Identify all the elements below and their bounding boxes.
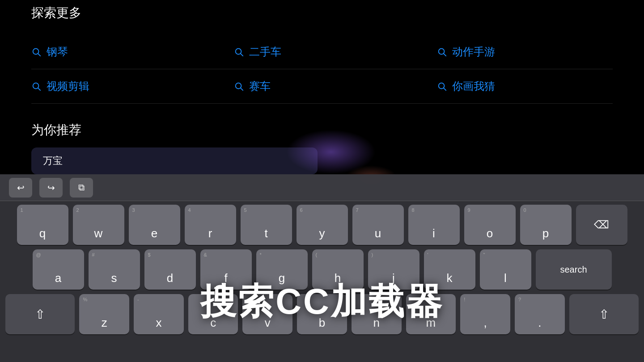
undo-icon: ↩ — [17, 182, 25, 193]
explore-label-usedcar: 二手车 — [249, 45, 281, 59]
key-letter: h — [335, 271, 341, 285]
explore-label-piano: 钢琴 — [47, 45, 68, 59]
recommendations-section: 为你推荐 万宝 — [31, 122, 613, 174]
search-icon — [437, 47, 447, 57]
shift-left-icon: ⇧ — [35, 307, 45, 322]
search-icon — [31, 81, 41, 91]
svg-line-9 — [241, 88, 243, 90]
key-h[interactable]: ( h — [312, 249, 364, 290]
key-f[interactable]: & f — [200, 249, 252, 290]
key-u[interactable]: 7 u — [352, 205, 404, 245]
key-g[interactable]: * g — [256, 249, 308, 290]
rec-card[interactable]: 万宝 — [31, 147, 318, 174]
explore-item-videoediting[interactable]: 视频剪辑 — [31, 69, 225, 104]
key-symbol: ) — [372, 252, 373, 257]
key-a[interactable]: @ a — [33, 249, 84, 290]
key-t[interactable]: 5 t — [241, 205, 292, 245]
key-letter: i — [432, 227, 435, 240]
key-symbol: % — [83, 297, 87, 302]
svg-line-7 — [38, 88, 40, 90]
explore-label-drawing: 你画我猜 — [452, 79, 495, 93]
key-exclamation[interactable]: ! , — [460, 294, 510, 334]
backspace-icon: ⌫ — [594, 219, 609, 231]
key-j[interactable]: ) j — [368, 249, 419, 290]
key-symbol: * — [260, 252, 262, 257]
content-area: 探索更多 钢琴 二手车 动作手游 — [0, 0, 644, 185]
key-number: 7 — [356, 207, 359, 213]
key-question[interactable]: ? . — [515, 294, 565, 334]
explore-label-actiongame: 动作手游 — [452, 45, 495, 59]
key-symbol: ! — [464, 297, 465, 302]
clipboard-button[interactable]: ⧉ — [70, 178, 93, 198]
key-z[interactable]: % z — [79, 294, 129, 334]
search-icon — [234, 47, 244, 57]
key-p[interactable]: 0 p — [520, 205, 572, 245]
key-letter: . — [538, 316, 541, 330]
key-v[interactable]: v — [242, 294, 292, 334]
suggestion-bar: ↩ ↪ ⧉ — [0, 174, 644, 201]
keyboard-row-1: 1 q 2 w 3 e 4 r 5 t 6 y — [5, 205, 639, 245]
key-x[interactable]: - x — [134, 294, 184, 334]
key-o[interactable]: 9 o — [464, 205, 516, 245]
key-letter: a — [55, 271, 61, 285]
key-letter: n — [373, 316, 379, 330]
key-letter: v — [265, 316, 271, 330]
key-symbol: ( — [316, 252, 318, 257]
key-d[interactable]: $ d — [144, 249, 196, 290]
keyboard-overlay: ↩ ↪ ⧉ 1 q 2 w 3 e 4 r — [0, 174, 644, 362]
shift-right-icon: ⇧ — [599, 307, 609, 322]
svg-line-11 — [444, 88, 446, 90]
key-m[interactable]: m — [406, 294, 456, 334]
search-icon — [234, 81, 244, 91]
key-letter: q — [39, 227, 46, 240]
search-key[interactable]: search — [536, 249, 612, 290]
key-i[interactable]: 8 i — [408, 205, 460, 245]
key-letter: r — [208, 227, 212, 240]
explore-item-actiongame[interactable]: 动作手游 — [419, 35, 613, 69]
key-symbol: $ — [148, 252, 151, 257]
key-c[interactable]: c — [188, 294, 238, 334]
key-letter: p — [542, 227, 549, 240]
key-b[interactable]: b — [297, 294, 347, 334]
key-r[interactable]: 4 r — [185, 205, 236, 245]
key-n[interactable]: n — [352, 294, 402, 334]
key-l[interactable]: " l — [480, 249, 531, 290]
explore-item-piano[interactable]: 钢琴 — [31, 35, 225, 69]
key-number: 5 — [244, 207, 247, 213]
key-letter: d — [167, 271, 173, 285]
explore-item-racing[interactable]: 赛车 — [225, 69, 419, 104]
explore-label-racing: 赛车 — [249, 79, 271, 93]
key-letter: j — [392, 271, 395, 285]
key-number: 0 — [524, 207, 526, 213]
key-letter: u — [375, 227, 381, 240]
key-e[interactable]: 3 e — [129, 205, 180, 245]
search-key-label: search — [560, 265, 587, 275]
key-letter: e — [151, 227, 157, 240]
svg-line-3 — [241, 54, 243, 56]
explore-item-drawing[interactable]: 你画我猜 — [419, 69, 613, 104]
key-symbol: & — [204, 252, 207, 257]
explore-item-usedcar[interactable]: 二手车 — [225, 35, 419, 69]
key-letter: b — [319, 316, 325, 330]
shift-right-key[interactable]: ⇧ — [569, 294, 639, 334]
keyboard-row-2: @ a # s $ d & f * g ( h — [5, 249, 639, 290]
key-number: 6 — [300, 207, 303, 213]
key-backspace[interactable]: ⌫ — [576, 205, 627, 245]
key-letter: m — [426, 316, 436, 330]
key-letter: o — [487, 227, 493, 240]
key-s[interactable]: # s — [89, 249, 140, 290]
svg-line-1 — [38, 54, 40, 56]
key-y[interactable]: 6 y — [297, 205, 348, 245]
shift-left-key[interactable]: ⇧ — [5, 294, 75, 334]
key-number: 3 — [132, 207, 135, 213]
key-letter: l — [504, 271, 507, 285]
undo-button[interactable]: ↩ — [9, 178, 32, 198]
redo-button[interactable]: ↪ — [39, 178, 63, 198]
key-w[interactable]: 2 w — [73, 205, 124, 245]
key-k[interactable]: ' k — [424, 249, 475, 290]
search-icon — [437, 81, 447, 91]
key-q[interactable]: 1 q — [17, 205, 68, 245]
explore-grid: 钢琴 二手车 动作手游 视频剪辑 — [31, 35, 613, 104]
key-symbol: ? — [518, 297, 521, 302]
key-letter: k — [447, 271, 453, 285]
